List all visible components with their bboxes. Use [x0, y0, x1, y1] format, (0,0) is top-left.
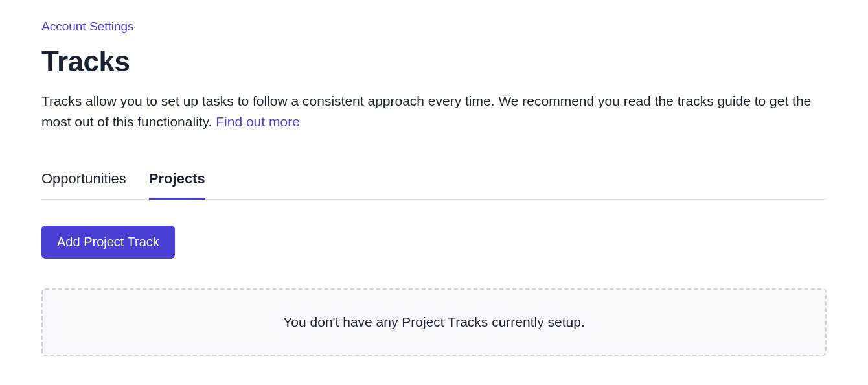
breadcrumb-link[interactable]: Account Settings — [41, 19, 134, 34]
tabs-container: Opportunities Projects — [41, 170, 827, 200]
tab-projects[interactable]: Projects — [149, 170, 205, 200]
tab-opportunities[interactable]: Opportunities — [41, 170, 126, 200]
page-description: Tracks allow you to set up tasks to foll… — [41, 91, 827, 132]
empty-state-message: You don't have any Project Tracks curren… — [283, 314, 585, 329]
empty-state-panel: You don't have any Project Tracks curren… — [41, 288, 827, 356]
description-text: Tracks allow you to set up tasks to foll… — [41, 93, 811, 129]
find-out-more-link[interactable]: Find out more — [216, 114, 300, 129]
add-project-track-button[interactable]: Add Project Track — [41, 226, 175, 259]
page-title: Tracks — [41, 45, 827, 78]
